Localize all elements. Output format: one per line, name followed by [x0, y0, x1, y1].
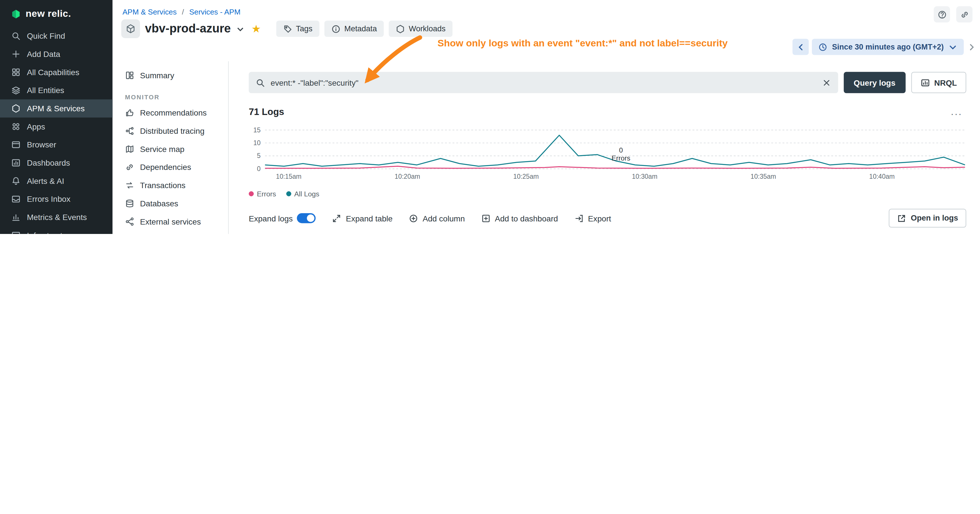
legend-dot-icon — [249, 191, 254, 196]
add-column-label: Add column — [423, 213, 465, 223]
sidebar-item-add-data[interactable]: Add Data — [0, 45, 112, 63]
y-tick-label: 0 — [257, 165, 261, 172]
legend-errors[interactable]: Errors — [249, 190, 276, 197]
entity-nav-dependencies[interactable]: Dependencies — [118, 158, 223, 177]
expand-table-button[interactable]: Expand table — [332, 213, 392, 223]
link-icon — [960, 10, 969, 19]
page-header: APM & Services / Services - APM vbv-prod… — [112, 0, 980, 61]
chip-label: Metadata — [344, 24, 377, 33]
toggle-on-icon[interactable] — [297, 213, 316, 223]
time-picker[interactable]: Since 30 minutes ago (GMT+2) — [812, 39, 964, 55]
nrql-button[interactable]: NRQL — [911, 72, 966, 93]
query-logs-button[interactable]: Query logs — [844, 72, 905, 93]
alert-icon — [11, 176, 21, 186]
expand-logs-toggle[interactable]: Expand logs — [249, 213, 316, 223]
breadcrumb-apm-services[interactable]: APM & Services — [123, 7, 177, 16]
dashboard-add-icon — [481, 213, 490, 223]
legend-all-logs[interactable]: All Logs — [286, 190, 319, 197]
page-title: vbv-prod-azure — [145, 22, 231, 36]
global-sidebar: new relic. Quick FindAdd DataAll Capabil… — [0, 0, 112, 234]
clock-icon — [818, 42, 828, 51]
sidebar-item-quick-find[interactable]: Quick Find — [0, 27, 112, 45]
chain-icon — [125, 162, 134, 172]
chip-workloads[interactable]: Workloads — [389, 21, 452, 37]
sidebar-item-infrastructure[interactable]: Infrastructure — [0, 226, 112, 234]
logs-toolbar: Expand logs Expand table Add column Add … — [249, 209, 966, 228]
annotation-text: Show only logs with an event "event:*" a… — [438, 38, 728, 49]
thumbs-up-icon — [125, 108, 134, 118]
sidebar-item-all-entities[interactable]: All Entities — [0, 81, 112, 100]
y-tick-label: 15 — [253, 126, 261, 134]
open-in-logs-button[interactable]: Open in logs — [889, 209, 966, 228]
expand-logs-label: Expand logs — [249, 213, 293, 223]
stack-icon — [11, 86, 21, 95]
sidebar-item-label: Metrics & Events — [27, 213, 87, 222]
infra-icon — [11, 231, 21, 234]
entity-nav-external-services[interactable]: External services — [118, 213, 223, 231]
sidebar-item-apps[interactable]: Apps — [0, 118, 112, 136]
entity-nav-label: External services — [140, 217, 201, 226]
sidebar-item-apm-services[interactable]: APM & Services — [0, 99, 112, 118]
chart-annotation-value: 0 — [619, 146, 623, 154]
entity-chips: TagsMetadataWorkloads — [276, 21, 452, 37]
breadcrumb: APM & Services / Services - APM — [123, 7, 241, 16]
tracing-icon — [125, 126, 134, 136]
newrelic-logo[interactable]: new relic. — [0, 0, 112, 27]
favorite-star-icon[interactable]: ★ — [251, 23, 261, 34]
export-button[interactable]: Export — [574, 213, 611, 223]
open-in-logs-label: Open in logs — [911, 214, 958, 223]
chip-label: Workloads — [409, 24, 445, 33]
entity-nav-service-map[interactable]: Service map — [118, 140, 223, 158]
sidebar-item-browser[interactable]: Browser — [0, 136, 112, 154]
sidebar-item-label: Quick Find — [27, 31, 65, 41]
panel-next-chevron[interactable] — [967, 42, 976, 51]
export-icon — [574, 213, 584, 223]
share-icon — [125, 217, 134, 226]
query-bar: event:* -"label":"security" Query logs N… — [249, 72, 966, 93]
permalink-button[interactable] — [956, 6, 973, 22]
y-tick-label: 10 — [253, 139, 261, 146]
entity-nav-distributed-tracing[interactable]: Distributed tracing — [118, 122, 223, 140]
plus-icon — [11, 49, 21, 59]
sidebar-item-dashboards[interactable]: Dashboards — [0, 154, 112, 172]
entity-dropdown-chevron-icon[interactable] — [236, 24, 245, 33]
help-circle-button[interactable] — [934, 6, 950, 22]
entity-title-row: vbv-prod-azure ★ TagsMetadataWorkloads — [121, 19, 452, 38]
chart-legend: ErrorsAll Logs — [249, 190, 966, 197]
sidebar-item-label: All Capabilities — [27, 67, 79, 77]
add-to-dashboard-button[interactable]: Add to dashboard — [481, 213, 558, 223]
entity-nav-databases[interactable]: Databases — [118, 194, 223, 213]
time-picker-area: Since 30 minutes ago (GMT+2) — [793, 39, 976, 55]
transactions-icon — [125, 181, 134, 190]
nrql-icon — [921, 78, 930, 87]
export-label: Export — [588, 213, 611, 223]
entity-nav-label: Service map — [140, 144, 185, 154]
entity-hexagon-icon — [121, 19, 140, 38]
entity-nav-recommendations[interactable]: Recommendations — [118, 104, 223, 122]
hex-icon — [396, 24, 405, 33]
entity-nav-summary[interactable]: Summary — [118, 66, 223, 84]
chevron-down-icon — [948, 42, 958, 51]
sidebar-item-alerts-ai[interactable]: Alerts & AI — [0, 172, 112, 190]
breadcrumb-services-apm[interactable]: Services - APM — [189, 7, 240, 16]
more-options-icon[interactable]: ... — [947, 106, 966, 118]
question-icon — [937, 10, 947, 19]
clear-query-icon[interactable] — [822, 78, 831, 87]
dashboard-icon — [11, 158, 21, 168]
sidebar-item-all-capabilities[interactable]: All Capabilities — [0, 63, 112, 81]
sidebar-item-errors-inbox[interactable]: Errors Inbox — [0, 190, 112, 208]
sidebar-item-label: Browser — [27, 140, 56, 150]
entity-nav-label: Summary — [140, 71, 174, 80]
chip-metadata[interactable]: Metadata — [325, 21, 384, 37]
chip-tags[interactable]: Tags — [276, 21, 319, 37]
entity-nav-transactions[interactable]: Transactions — [118, 176, 223, 194]
entity-nav-label: Recommendations — [140, 108, 207, 118]
search-icon — [11, 31, 21, 41]
section-title-monitor: MONITOR — [125, 94, 228, 100]
log-query-input[interactable]: event:* -"label":"security" — [249, 72, 838, 93]
summary-icon — [125, 71, 134, 80]
time-back-button[interactable] — [793, 39, 809, 55]
newrelic-logo-text: new relic. — [25, 8, 71, 20]
add-column-button[interactable]: Add column — [409, 213, 465, 223]
sidebar-item-metrics-events[interactable]: Metrics & Events — [0, 208, 112, 226]
